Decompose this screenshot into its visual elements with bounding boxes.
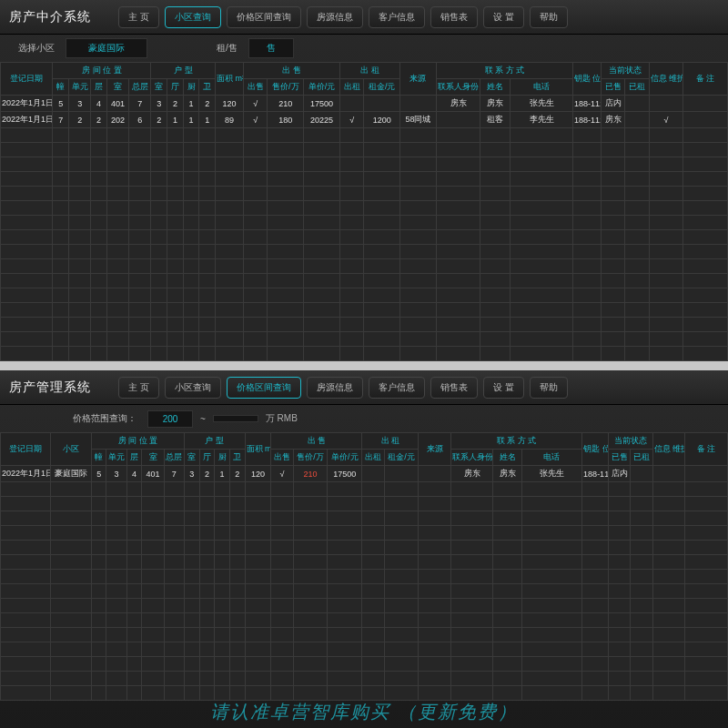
nav-button[interactable]: 帮助 <box>530 6 568 28</box>
table-row <box>1 672 728 686</box>
col-date: 登记日期 <box>1 63 53 96</box>
cell: √ <box>271 466 293 482</box>
nav-button[interactable]: 价格区间查询 <box>227 6 301 28</box>
filter-label-type: 租/售 <box>217 42 238 55</box>
nav-button[interactable]: 主 页 <box>118 6 159 28</box>
cell <box>631 466 652 482</box>
cell: 房东 <box>480 96 511 112</box>
cell: √ <box>649 112 683 128</box>
nav-button[interactable]: 设 置 <box>483 377 524 399</box>
price-min-input[interactable]: 200 <box>147 410 193 428</box>
table-row <box>1 201 728 216</box>
table-row[interactable]: 2022年1月1日豪庭国际53440173212120√21017500房东房东… <box>1 466 728 482</box>
colgroup-location: 房 间 位 置 <box>53 63 151 79</box>
app-title: 房产管理系统 <box>9 379 91 396</box>
nav-button[interactable]: 价格区间查询 <box>227 377 301 399</box>
cell: 1 <box>183 112 199 128</box>
cell: 1 <box>183 96 199 112</box>
nav: 主 页小区查询价格区间查询房源信息客户信息销售表设 置帮助 <box>118 6 573 28</box>
nav-button[interactable]: 主 页 <box>118 377 159 399</box>
table-row <box>1 686 728 701</box>
filter-bar: 价格范围查询： 200 ~ 万 RMB <box>0 405 728 432</box>
cell: 4 <box>91 96 107 112</box>
cell: 2 <box>229 466 245 482</box>
cell: 2 <box>91 112 107 128</box>
cell: 1 <box>215 466 230 482</box>
cell <box>339 96 363 112</box>
nav-button[interactable]: 小区查询 <box>165 377 221 399</box>
table-row <box>1 332 728 347</box>
cell: 89 <box>216 112 244 128</box>
cell: 7 <box>53 112 69 128</box>
cell: 5 <box>91 466 106 482</box>
table-row <box>1 157 728 172</box>
cell: 2 <box>69 112 91 128</box>
cell: 20225 <box>304 112 340 128</box>
cell: 17500 <box>328 466 362 482</box>
col-source: 来源 <box>400 63 437 96</box>
table-row <box>1 482 728 497</box>
cell: 3 <box>151 96 167 112</box>
cell: √ <box>243 112 267 128</box>
community-select[interactable]: 豪庭国际 <box>66 38 147 58</box>
nav-button[interactable]: 客户信息 <box>369 377 425 399</box>
cell: 2 <box>167 96 184 112</box>
app-agent-system: 房产中介系统 主 页小区查询价格区间查询房源信息客户信息销售表设 置帮助 选择小… <box>0 0 728 359</box>
cell: 1200 <box>364 112 400 128</box>
table-row <box>1 274 728 288</box>
cell: 401 <box>142 466 164 482</box>
table-row <box>1 628 728 642</box>
price-max-input[interactable] <box>213 415 258 422</box>
cell: 120 <box>216 96 244 112</box>
table-row <box>1 555 728 570</box>
nav-button[interactable]: 小区查询 <box>165 6 221 28</box>
watermark-text: 请认准卓营智库购买 （更新免费） <box>0 700 728 724</box>
table-row <box>1 128 728 143</box>
col-area: 面积 m² <box>216 63 244 96</box>
cell: 4 <box>126 466 142 482</box>
colgroup-contact: 联 系 方 式 <box>436 63 572 79</box>
cell: 房东 <box>493 466 521 482</box>
cell: 3 <box>69 96 91 112</box>
table-row <box>1 599 728 613</box>
table-row <box>1 584 728 599</box>
filter-bar: 选择小区 豪庭国际 租/售 售 <box>0 35 728 62</box>
filter-label-community: 选择小区 <box>18 42 55 55</box>
cell <box>683 112 728 128</box>
nav-button[interactable]: 帮助 <box>530 377 568 399</box>
price-unit: 万 RMB <box>266 412 298 425</box>
data-table: 登记日期 房 间 位 置 户 型 面积 m² 出 售 出 租 来源 联 系 方 … <box>0 62 728 361</box>
nav-button[interactable]: 房源信息 <box>307 6 363 28</box>
cell: 7 <box>129 96 151 112</box>
nav-button[interactable]: 销售表 <box>430 6 478 28</box>
cell: 2022年1月1日 <box>1 112 53 128</box>
table-row <box>1 497 728 511</box>
cell: 401 <box>106 96 128 112</box>
nav-button[interactable]: 客户信息 <box>369 6 425 28</box>
colgroup-layout: 户 型 <box>151 63 216 79</box>
cell: 租客 <box>480 112 511 128</box>
nav-button[interactable]: 房源信息 <box>307 377 363 399</box>
nav-button[interactable]: 销售表 <box>430 377 478 399</box>
cell: 6 <box>129 112 151 128</box>
table-row <box>1 245 728 259</box>
col-maintainer: 信息 维护人 <box>649 63 683 96</box>
cell: 张先生 <box>511 96 572 112</box>
range-separator: ~ <box>200 414 206 424</box>
table-row[interactable]: 2022年1月1日53440173212120√21017500房东房东张先生1… <box>1 96 728 112</box>
nav-button[interactable]: 设 置 <box>483 6 524 28</box>
cell <box>400 96 437 112</box>
col-key: 钥匙 位置 <box>572 63 601 96</box>
cell: 7 <box>164 466 184 482</box>
cell: 2 <box>199 96 216 112</box>
table-row <box>1 172 728 187</box>
cell: 张先生 <box>521 466 582 482</box>
type-select[interactable]: 售 <box>248 38 294 58</box>
table-row[interactable]: 2022年1月1日7222026211189√18020225√120058同城… <box>1 112 728 128</box>
cell: 李先生 <box>511 112 572 128</box>
cell: 5 <box>53 96 69 112</box>
cell <box>685 466 728 482</box>
table-row <box>1 303 728 318</box>
topbar: 房产管理系统 主 页小区查询价格区间查询房源信息客户信息销售表设 置帮助 <box>0 370 728 405</box>
cell: 2022年1月1日 <box>1 466 51 482</box>
